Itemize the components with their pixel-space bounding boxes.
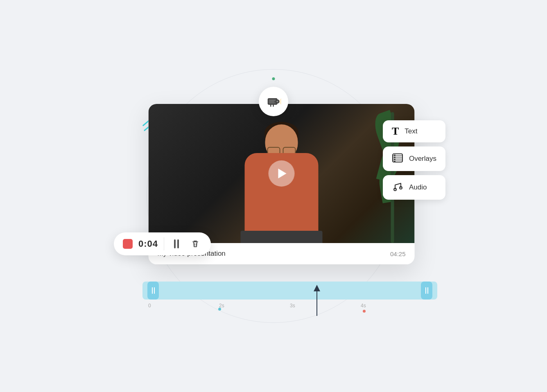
text-label: Text [405, 127, 417, 135]
projector-icon [266, 94, 281, 109]
svg-rect-8 [269, 101, 274, 102]
svg-rect-15 [394, 157, 396, 158]
timeline-label-2s: 2s [219, 303, 290, 309]
video-thumbnail [149, 104, 415, 243]
timeline-handle-left[interactable] [147, 282, 159, 300]
menu-card-text[interactable]: T Text [383, 120, 445, 142]
audio-icon [392, 181, 403, 194]
needle-line [316, 291, 317, 316]
svg-rect-6 [273, 105, 274, 107]
timeline-needle [314, 285, 320, 316]
timeline-label-3s: 3s [290, 303, 361, 309]
video-duration: 04:25 [390, 250, 406, 257]
play-button[interactable] [269, 160, 295, 187]
svg-rect-5 [270, 105, 271, 107]
svg-rect-17 [394, 161, 396, 162]
controls-divider [164, 237, 164, 250]
overlays-icon [392, 152, 403, 165]
recording-time: 0:04 [138, 239, 158, 249]
dot-red [363, 310, 366, 313]
audio-label: Audio [409, 183, 427, 191]
pause-button[interactable] [170, 237, 183, 250]
recording-dot [123, 239, 133, 249]
svg-marker-4 [279, 98, 281, 105]
dot-green [272, 77, 275, 80]
menu-cards: T Text Overlays [383, 120, 445, 200]
play-triangle-icon [278, 169, 287, 178]
timeline-label-4s: 4s [361, 303, 432, 309]
delete-button[interactable] [189, 237, 202, 250]
svg-point-3 [276, 101, 278, 103]
svg-rect-16 [394, 159, 396, 160]
timeline-labels: 0 2s 3s 4s [142, 300, 437, 309]
timeline-track[interactable] [142, 282, 437, 300]
needle-head [314, 285, 320, 291]
timeline-label-0: 0 [148, 303, 219, 309]
svg-rect-7 [269, 100, 276, 101]
trash-icon [190, 239, 200, 249]
svg-rect-14 [394, 155, 396, 155]
text-icon: T [392, 126, 399, 137]
timeline-inner [159, 282, 421, 300]
overlays-label: Overlays [409, 155, 436, 163]
handle-lines-left [152, 287, 155, 294]
timeline-handle-right[interactable] [421, 282, 432, 300]
handle-lines-right [425, 287, 428, 294]
recording-controls: 0:04 [114, 232, 211, 255]
camera-button[interactable] [259, 87, 288, 116]
pause-icon [174, 239, 179, 248]
timeline-container: 0 2s 3s 4s [142, 282, 437, 309]
menu-card-overlays[interactable]: Overlays [383, 146, 445, 171]
main-scene: My video presentation 04:25 0:04 [89, 43, 458, 349]
menu-card-audio[interactable]: Audio [383, 175, 445, 200]
svg-rect-9 [269, 102, 275, 103]
